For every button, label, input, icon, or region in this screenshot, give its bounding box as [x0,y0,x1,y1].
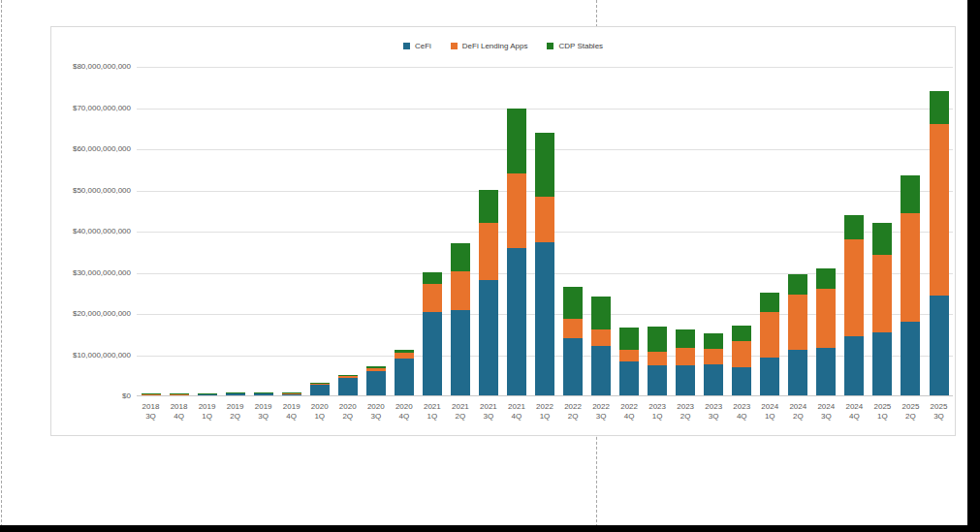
bar-segment [535,133,554,197]
bar-segment [479,190,498,223]
bar-segment [901,322,920,395]
bar-segment [844,239,864,337]
bar-segment [395,350,414,353]
x-axis-label: 20202Q [333,402,362,422]
bar-segment [338,375,358,376]
bar-segment [535,242,554,395]
x-axis-label: 20223Q [587,402,616,422]
legend-label: CDP Stables [558,42,603,50]
x-axis-label: 20213Q [474,402,502,422]
legend-item-2: DeFi Lending Apps [451,42,528,50]
bar-segment [563,287,583,320]
bar-segment [591,329,611,346]
x-axis-label: 20201Q [305,402,333,422]
slide-canvas: CeFiDeFi Lending AppsCDP Stables $0$10,0… [0,0,980,532]
bar-segment [507,109,526,173]
bar-segment [844,336,864,395]
bar-segment [872,332,892,396]
x-axis-label: 20233Q [700,402,728,422]
x-axis-label: 20252Q [897,402,925,422]
bar-segment [423,272,442,284]
bar-segment [901,213,920,323]
y-axis-label: $10,000,000,000 [51,351,131,360]
x-axis-label: 20251Q [869,402,897,422]
bar-segment [648,352,667,365]
y-axis-label: $50,000,000,000 [51,186,131,196]
bar-segment [451,243,470,271]
bar-segment [732,367,751,395]
y-axis-label: $40,000,000,000 [51,227,131,236]
x-axis-label: 20222Q [559,402,587,422]
vertical-guide-left [1,0,2,532]
bar-segment [930,296,949,395]
bar-segment [451,310,470,395]
legend-label: DeFi Lending Apps [462,42,528,50]
bar-segment [282,393,301,395]
legend-item-1: CeFi [403,42,431,50]
bar-segment [366,366,386,368]
x-axis-label: 20234Q [728,402,756,422]
bar-segment [310,385,330,396]
y-axis-labels: $0$10,000,000,000$20,000,000,000$30,000,… [51,67,131,396]
gridline [137,67,953,68]
legend-label: CeFi [415,42,431,50]
bar-segment [872,223,892,255]
bar-segment [619,350,639,361]
y-axis-label: $70,000,000,000 [51,104,131,113]
bar-segment [760,358,779,395]
x-axis-label: 20194Q [277,402,305,422]
bar-segment [648,327,667,353]
legend-swatch-icon [403,43,410,49]
bar-segment [591,297,611,329]
bar-segment [310,383,330,384]
y-axis-label: $80,000,000,000 [51,62,131,72]
bar-segment [451,271,470,310]
y-axis-label: $60,000,000,000 [51,144,131,154]
bar-segment [479,223,498,281]
bar-segment [676,329,695,348]
x-axis-label: 20184Q [165,402,193,422]
bar-segment [816,348,836,395]
bar-segment [563,319,583,337]
x-axis-label: 20193Q [249,402,277,422]
bar-segment [760,293,779,312]
bar-segment [619,361,639,395]
x-axis-label: 20224Q [616,402,644,422]
x-axis-label: 20192Q [221,402,249,422]
bar-segment [338,375,358,377]
bar-segment [563,338,583,396]
x-axis-label: 20212Q [446,402,474,422]
bar-segment [142,394,161,395]
bar-segment [619,328,639,350]
bar-segment [676,365,695,395]
chart-object[interactable]: CeFiDeFi Lending AppsCDP Stables $0$10,0… [50,26,956,436]
x-axis-label: 20211Q [418,402,446,422]
bar-segment [395,359,414,395]
x-axis-label: 20241Q [756,402,784,422]
bar-segment [930,91,949,124]
bar-segment [282,392,301,393]
x-axis-label: 20183Q [137,402,165,422]
bar-segment [423,312,442,395]
x-axis-label: 20242Q [784,402,812,422]
bar-segment [844,215,864,239]
bar-segment [366,368,386,371]
bar-segment [338,378,358,395]
x-axis-label: 20232Q [672,402,700,422]
legend-item-3: CDP Stables [547,42,603,50]
x-axis-label: 20243Q [812,402,840,422]
bar-segment [901,175,920,213]
x-axis-label: 20244Q [840,402,869,422]
bar-segment [676,348,695,364]
x-axis-label: 20231Q [644,402,672,422]
bar-segment [479,280,498,395]
bar-segment [788,294,807,349]
bar-segment [254,392,273,393]
x-axis-label: 20214Q [502,402,530,422]
x-axis-label: 20191Q [193,402,221,422]
bar-segment [732,326,751,341]
legend-swatch-icon [451,43,458,49]
bar-segment [704,349,723,364]
bar-segment [507,248,526,395]
bar-segment [198,394,217,396]
